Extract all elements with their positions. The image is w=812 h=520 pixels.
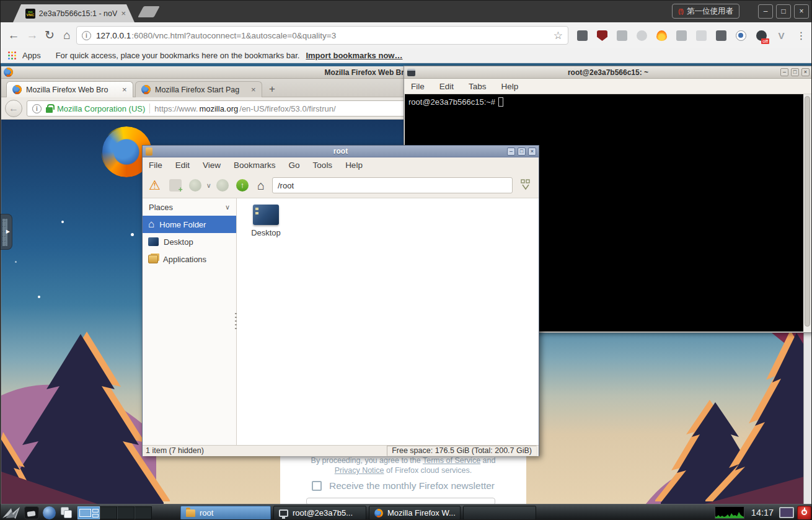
tab-close-icon[interactable]: × [122, 86, 127, 94]
workspace-1-active[interactable] [77, 506, 100, 519]
extension-atom-icon[interactable] [637, 30, 647, 41]
lxde-menu-icon[interactable] [2, 506, 22, 519]
home-icon[interactable]: ⌂ [59, 22, 75, 48]
terms-of-service-link[interactable]: Terms of Service [423, 456, 480, 465]
maximize-button[interactable]: □ [518, 148, 526, 156]
novnc-control-handle[interactable]: ▶ [1, 214, 12, 250]
place-home-folder[interactable]: ⌂ Home Folder [143, 216, 236, 233]
address-bar[interactable]: i 127.0.0.1 :6080/vnc.html?autoconnect=1… [76, 26, 568, 45]
minimize-button[interactable]: – [507, 148, 515, 156]
menu-tools[interactable]: Tools [313, 161, 333, 170]
page-info-icon[interactable]: i [32, 104, 42, 113]
menu-help[interactable]: Help [345, 161, 363, 170]
menu-view[interactable]: View [203, 161, 221, 170]
task-firefox[interactable]: Mozilla Firefox W... [369, 506, 461, 520]
path-input[interactable] [272, 177, 513, 193]
back-icon[interactable] [189, 179, 201, 192]
bookmark-star-icon[interactable]: ☆ [554, 29, 563, 42]
extension-puzzle-icon[interactable] [716, 30, 726, 41]
task-empty[interactable] [463, 506, 536, 520]
apps-label[interactable]: Apps [22, 51, 41, 60]
newsletter-label: Receive the monthly Firefox newsletter [329, 480, 495, 491]
task-terminal[interactable]: root@2e3a7b5... [273, 506, 366, 520]
chat-bubble-extension-icon[interactable] [736, 30, 746, 41]
menu-help[interactable]: Help [501, 82, 519, 91]
import-bookmarks-link[interactable]: Import bookmarks now… [306, 51, 402, 60]
extension-puzzle-icon[interactable] [577, 30, 588, 41]
menu-file[interactable]: File [411, 82, 425, 91]
firefox-tab-start-page[interactable]: Mozilla Firefox Start Pag × [135, 81, 262, 97]
firefox-new-tab-button[interactable]: + [264, 83, 280, 95]
close-button[interactable]: × [528, 148, 536, 156]
extension-puzzle-icon[interactable] [617, 30, 627, 41]
file-manager-titlebar[interactable]: root – □ × [143, 146, 539, 157]
reload-icon[interactable]: ↻ [42, 22, 58, 48]
workspace-4[interactable] [135, 506, 152, 519]
page-info-icon[interactable]: i [82, 31, 91, 40]
menu-edit[interactable]: Edit [175, 161, 190, 170]
desktop-folder-item[interactable]: Desktop [245, 205, 286, 237]
window-maximize-button[interactable]: □ [776, 4, 791, 19]
cpu-monitor-graph[interactable] [715, 506, 744, 519]
chevron-down-icon[interactable]: ∨ [225, 203, 230, 211]
scrollbar-thumb[interactable] [805, 96, 810, 327]
extension-puzzle-icon[interactable] [696, 30, 707, 41]
email-input[interactable] [306, 498, 495, 504]
web-browser-globe-icon[interactable] [43, 506, 56, 519]
place-desktop[interactable]: Desktop [143, 233, 236, 250]
tab-close-icon[interactable]: × [251, 86, 256, 94]
file-manager-launcher-icon[interactable] [61, 506, 74, 519]
forward-icon[interactable]: → [24, 22, 40, 48]
places-header[interactable]: Places ∨ [143, 198, 236, 216]
place-applications[interactable]: Applications [143, 250, 236, 268]
chrome-titlebar: noVNC 2e3a7b566c15:1 - noVNC × (!) 第一位使用… [1, 1, 812, 22]
workspace-2[interactable] [100, 506, 117, 519]
newsletter-checkbox[interactable] [312, 481, 322, 491]
window-close-button[interactable]: × [794, 4, 809, 19]
ublock-shield-icon[interactable] [597, 30, 607, 41]
maximize-button[interactable]: □ [791, 68, 799, 76]
clock[interactable]: 14:17 [747, 505, 778, 520]
vimium-icon[interactable]: V [776, 30, 787, 41]
back-icon[interactable]: ← [6, 22, 22, 48]
forward-icon[interactable] [216, 179, 229, 192]
lock-screen-icon[interactable] [779, 507, 794, 518]
terminal-prompt: root@2e3a7b566c15:~# [408, 97, 503, 107]
extension-puzzle-icon[interactable] [676, 30, 687, 41]
firefox-tab-web-browser[interactable]: Mozilla Firefox Web Bro × [6, 81, 133, 97]
menu-file[interactable]: File [149, 161, 162, 170]
power-button[interactable] [797, 506, 811, 520]
up-directory-icon[interactable]: ↑ [236, 179, 249, 192]
new-tab-icon[interactable] [169, 179, 182, 192]
profile-badge[interactable]: (!) 第一位使用者 [672, 4, 739, 19]
file-list-area[interactable]: Desktop [237, 198, 539, 445]
privacy-notice-link[interactable]: Privacy Notice [335, 466, 384, 475]
terminal-scrollbar[interactable] [803, 94, 811, 332]
show-desktop-icon[interactable] [24, 506, 39, 519]
apps-grid-icon[interactable] [8, 51, 16, 59]
firefox-back-button[interactable]: ← [5, 100, 22, 117]
side-pane-icon[interactable] [520, 179, 531, 192]
terminal-titlebar[interactable]: root@2e3a7b566c15: ~ – □ × [404, 66, 812, 79]
window-minimize-button[interactable]: – [758, 4, 773, 19]
workspace-pager[interactable] [77, 506, 152, 519]
menu-go[interactable]: Go [289, 161, 300, 170]
chrome-tab-novnc[interactable]: noVNC 2e3a7b566c15:1 - noVNC × [13, 4, 135, 22]
screen: noVNC 2e3a7b566c15:1 - noVNC × (!) 第一位使用… [0, 0, 812, 520]
chrome-menu-icon[interactable]: ⋮ [796, 30, 806, 41]
home-icon[interactable]: ⌂ [257, 178, 265, 193]
site-identity-label[interactable]: Mozilla Corporation (US) [57, 104, 145, 113]
new-tab-button[interactable] [138, 6, 160, 17]
menu-bookmarks[interactable]: Bookmarks [234, 161, 276, 170]
menu-tabs[interactable]: Tabs [469, 82, 487, 91]
firefox-icon [374, 509, 383, 518]
chevron-down-icon[interactable]: ∨ [206, 182, 211, 190]
screencast-off-icon[interactable]: off [756, 30, 767, 41]
workspace-3[interactable] [117, 506, 135, 519]
menu-edit[interactable]: Edit [439, 82, 454, 91]
minimize-button[interactable]: – [780, 68, 788, 76]
task-root-filemanager[interactable]: root [180, 506, 271, 520]
tab-close-icon[interactable]: × [121, 9, 126, 17]
close-button[interactable]: × [801, 68, 810, 76]
flame-extension-icon[interactable] [656, 30, 667, 41]
